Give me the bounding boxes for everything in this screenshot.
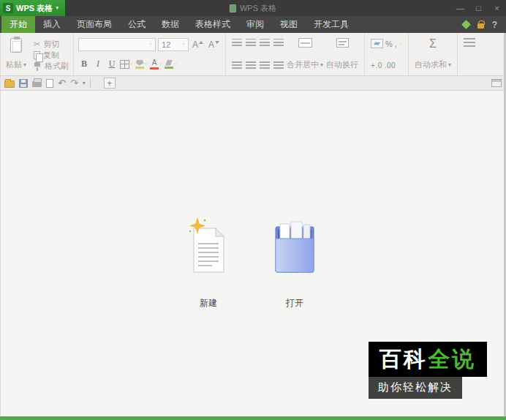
tab-view[interactable]: 视图 — [272, 16, 306, 33]
underline-button[interactable]: U — [106, 58, 118, 70]
shrink-font-button[interactable]: A — [207, 40, 221, 50]
paste-button[interactable]: 粘贴 ▾ — [4, 36, 28, 72]
caret-down-icon: ▾ — [145, 61, 148, 67]
paste-label: 粘贴 — [6, 59, 22, 70]
save-icon[interactable] — [19, 79, 28, 88]
ribbon-toolbar: 粘贴 ▾ ✂ 剪切 复制 格式刷 — [0, 33, 506, 76]
sigma-icon: Σ — [429, 38, 437, 50]
open-workbook-button[interactable]: 打开 — [271, 217, 319, 310]
tab-page-layout[interactable]: 页面布局 — [69, 16, 120, 33]
merge-center-button[interactable]: 合并居中 ▾ — [285, 36, 325, 72]
undo-icon[interactable]: ↶ — [58, 78, 66, 88]
decrease-decimal-button[interactable]: .00 — [385, 61, 396, 70]
print-preview-icon[interactable] — [46, 79, 53, 88]
skin-icon[interactable] — [461, 20, 471, 29]
ribbon-tab-bar: 开始 插入 页面布局 公式 数据 表格样式 审阅 视图 开发工具 ? — [0, 16, 506, 33]
increase-decimal-button[interactable]: +.0 — [371, 61, 382, 70]
tab-home[interactable]: 开始 — [1, 16, 35, 33]
tab-developer[interactable]: 开发工具 — [306, 16, 357, 33]
align-middle-icon[interactable] — [246, 39, 256, 47]
font-size-select[interactable]: 12 ▾ — [158, 38, 189, 51]
copy-label: 复制 — [43, 50, 59, 61]
autosum-label: 自动求和 — [415, 59, 447, 70]
window-controls: — □ × — [451, 0, 506, 16]
redo-icon[interactable]: ↷ — [70, 78, 78, 88]
caret-down-icon: ▾ — [159, 61, 162, 67]
tab-formulas[interactable]: 公式 — [120, 16, 154, 33]
tab-table-style[interactable]: 表格样式 — [187, 16, 238, 33]
titlebar: S WPS 表格 ▾ WPS 表格 — □ × — [0, 0, 506, 16]
caret-down-icon: ▾ — [130, 61, 133, 67]
bold-button[interactable]: B — [78, 58, 90, 70]
highlight-color-bar — [165, 67, 173, 69]
window-title-text: WPS 表格 — [240, 3, 276, 14]
grow-font-letter: A — [192, 40, 198, 50]
highlight-color-button[interactable]: ▾ — [165, 58, 177, 70]
percent-style-button[interactable]: % — [385, 40, 393, 48]
clipped-ribbon-button[interactable] — [462, 36, 477, 72]
close-button[interactable]: × — [488, 0, 506, 16]
highlighter-icon — [165, 60, 173, 66]
tab-review[interactable]: 审阅 — [238, 16, 272, 33]
minimize-button[interactable]: — — [451, 0, 469, 16]
menubar-right-icons: ? — [463, 16, 506, 33]
new-workbook-button[interactable]: 新建 — [187, 217, 230, 310]
cut-button[interactable]: ✂ 剪切 — [34, 39, 69, 50]
caret-down-icon: ▾ — [23, 62, 26, 68]
switch-ui-icon[interactable] — [491, 79, 502, 87]
alignment-group: 合并居中 ▾ 自动换行 — [226, 33, 365, 75]
wrap-text-label: 自动换行 — [326, 59, 358, 70]
font-family-select[interactable]: ▾ — [78, 38, 156, 51]
caret-down-icon: ▾ — [399, 41, 402, 47]
wps-app-menu-button[interactable]: S WPS 表格 ▾ — [0, 0, 65, 16]
window-left-edge — [0, 33, 1, 416]
grow-font-button[interactable]: A — [191, 40, 205, 50]
number-group: % , ▾ +.0 .00 — [365, 33, 409, 75]
help-icon[interactable]: ? — [492, 20, 497, 30]
wrap-text-button[interactable]: 自动换行 — [325, 36, 360, 72]
autosum-button[interactable]: Σ 自动求和 ▾ — [413, 36, 453, 72]
new-document-icon — [187, 217, 230, 278]
caret-down-icon: ▾ — [56, 5, 58, 11]
app-button-label: WPS 表格 — [16, 3, 53, 14]
align-right-icon[interactable] — [260, 61, 270, 70]
caret-down-icon: ▾ — [320, 62, 323, 68]
format-painter-button[interactable]: 格式刷 — [34, 61, 69, 72]
lock-icon[interactable] — [477, 23, 484, 29]
copy-button[interactable]: 复制 — [34, 50, 69, 61]
wps-window: S WPS 表格 ▾ WPS 表格 — □ × 开始 插入 页面布局 公式 数据… — [0, 0, 506, 420]
font-color-letter: A — [152, 59, 157, 67]
borders-button[interactable]: ▾ — [120, 58, 133, 70]
caret-down-icon: ▾ — [448, 62, 451, 68]
orientation-icon[interactable] — [273, 39, 284, 47]
font-color-button[interactable]: A ▾ — [150, 58, 162, 70]
start-actions: 新建 打开 — [0, 217, 506, 310]
number-format-icon[interactable] — [371, 39, 383, 48]
quick-access-toolbar: ↶ ↷ ▾ + — [0, 76, 506, 91]
format-painter-label: 格式刷 — [45, 61, 69, 72]
watermark-brand: 百科全说 — [369, 342, 487, 377]
print-icon[interactable] — [32, 81, 42, 87]
align-left-icon[interactable] — [232, 61, 242, 70]
clipped-button-icon — [464, 38, 475, 48]
tab-insert[interactable]: 插入 — [35, 16, 69, 33]
maximize-button[interactable]: □ — [469, 0, 488, 16]
fill-color-button[interactable]: ▾ — [135, 58, 148, 70]
clipped-ribbon-group — [458, 33, 506, 75]
indent-icon[interactable] — [273, 61, 284, 70]
new-document-tab-button[interactable]: + — [104, 78, 116, 89]
tab-data[interactable]: 数据 — [154, 16, 187, 33]
merge-center-label: 合并居中 — [287, 59, 319, 70]
align-center-icon[interactable] — [246, 61, 256, 70]
align-top-icon[interactable] — [232, 39, 242, 47]
borders-icon — [120, 60, 129, 69]
comma-style-button[interactable]: , — [395, 40, 397, 48]
customize-toolbar-caret-icon[interactable]: ▾ — [83, 80, 86, 86]
align-bottom-icon[interactable] — [260, 39, 270, 47]
open-file-icon[interactable] — [4, 80, 15, 88]
italic-button[interactable]: I — [92, 58, 104, 70]
editing-group: Σ 自动求和 ▾ — [409, 33, 458, 75]
video-progress-bar — [0, 416, 506, 420]
shrink-font-letter: A — [208, 40, 214, 50]
wps-logo-icon: S — [3, 3, 13, 13]
